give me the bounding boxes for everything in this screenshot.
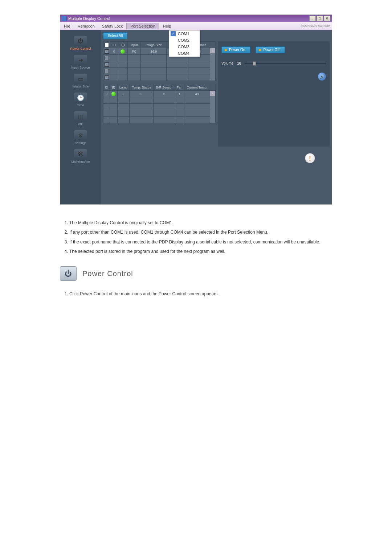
- list-item: If the exact port name that is connected…: [69, 238, 332, 246]
- col-check: [103, 42, 110, 48]
- scroll-up-button[interactable]: ▲: [210, 91, 215, 96]
- maximize-button[interactable]: □: [317, 16, 323, 21]
- sidebar-item-maintenance[interactable]: 🛠 Maintenance: [60, 147, 101, 166]
- volume-value: 10: [237, 61, 241, 65]
- table-row[interactable]: [103, 61, 216, 68]
- col-id: ID: [103, 84, 110, 91]
- power-icon: ⏻: [74, 36, 87, 46]
- list-item: If any port other than COM1 is used, COM…: [69, 229, 332, 236]
- table-row[interactable]: [103, 97, 216, 104]
- pip-icon: ◫: [74, 111, 87, 122]
- time-icon: 🕑: [74, 93, 87, 103]
- port-option-com1[interactable]: ✓ COM1: [169, 30, 200, 37]
- col-input: Input: [127, 42, 141, 48]
- col-lamp: Lamp: [118, 84, 130, 91]
- image-size-icon: ▭: [74, 74, 87, 84]
- footer-strip: !: [103, 148, 330, 169]
- sidebar-item-power-control[interactable]: ⏻ Power Control: [60, 34, 101, 53]
- menu-help[interactable]: Help: [159, 23, 175, 29]
- col-current-temp: Current Temp.: [184, 84, 210, 91]
- row-checkbox[interactable]: [105, 56, 109, 60]
- sidebar-item-settings[interactable]: ⚙ Settings: [60, 128, 101, 147]
- volume-thumb[interactable]: [253, 61, 256, 66]
- doc-content: The Multiple Display Control is original…: [60, 219, 332, 297]
- table-row[interactable]: [103, 117, 216, 123]
- list-item: The Multiple Display Control is original…: [69, 219, 332, 226]
- port-option-com2[interactable]: COM2: [169, 37, 200, 44]
- row-checkbox[interactable]: [105, 75, 109, 80]
- menubar: File Remocon Safety Lock Port Selection …: [60, 22, 332, 30]
- col-power: ⏻: [118, 42, 127, 48]
- settings-icon: ⚙: [74, 130, 87, 140]
- sensor-status-table: ID ⏻ Lamp Temp. Status B/R Sensor Fan Cu…: [103, 84, 216, 123]
- col-id: ID: [110, 42, 118, 48]
- doc-list-1: The Multiple Display Control is original…: [60, 219, 332, 255]
- maintenance-icon: 🛠: [74, 149, 87, 159]
- power-on-icon: [111, 92, 116, 96]
- main-area: Select All Busy ID ⏻ Input Image: [101, 30, 332, 204]
- col-image-size: Image Size: [141, 42, 167, 48]
- table-row[interactable]: [103, 104, 216, 110]
- list-item: The selected port is stored in the progr…: [69, 248, 332, 255]
- control-panel: Power On Power Off Volume 10: [218, 41, 330, 147]
- power-control-icon: ⏻: [60, 266, 77, 281]
- power-on-icon: [121, 49, 125, 54]
- volume-slider[interactable]: [245, 63, 326, 64]
- sidebar-item-image-size[interactable]: ▭ Image Size: [60, 71, 101, 90]
- dot-icon: [259, 49, 261, 51]
- sidebar-item-input-source[interactable]: ➜ Input Source: [60, 53, 101, 71]
- brand-label: SAMSUNG DIGITall: [301, 24, 330, 28]
- minimize-button[interactable]: _: [309, 16, 316, 21]
- select-all-button[interactable]: Select All: [103, 32, 127, 39]
- titlebar: Multiple Display Control _ □ ✕: [60, 15, 332, 22]
- dot-icon: [225, 49, 227, 51]
- table-row[interactable]: 0 0 0 0 1 49 ▲: [103, 91, 216, 97]
- table-row[interactable]: [103, 74, 216, 81]
- app-window: Multiple Display Control _ □ ✕ File Remo…: [60, 15, 332, 205]
- sidebar: ⏻ Power Control ➜ Input Source ▭ Image S…: [60, 30, 101, 204]
- port-option-com4[interactable]: COM4: [169, 50, 200, 57]
- menu-file[interactable]: File: [60, 23, 74, 29]
- app-icon: [62, 16, 67, 21]
- sidebar-item-pip[interactable]: ◫ PIP: [60, 109, 101, 128]
- scroll-up-button[interactable]: ▲: [210, 48, 215, 53]
- row-checkbox[interactable]: [105, 49, 109, 54]
- list-item: Click Power Control of the main icons an…: [69, 290, 332, 297]
- menu-port-selection[interactable]: Port Selection: [126, 23, 159, 29]
- sidebar-item-time[interactable]: 🕑 Time: [60, 90, 101, 109]
- col-fan: Fan: [175, 84, 184, 91]
- input-source-icon: ➜: [74, 55, 87, 65]
- doc-list-2: Click Power Control of the main icons an…: [60, 290, 332, 297]
- col-power: ⏻: [110, 84, 117, 91]
- warning-icon: !: [305, 153, 315, 163]
- power-off-button[interactable]: Power Off: [256, 46, 285, 53]
- row-checkbox[interactable]: [105, 62, 109, 67]
- port-option-com3[interactable]: COM3: [169, 44, 200, 50]
- row-checkbox[interactable]: [105, 69, 109, 73]
- menu-safety-lock[interactable]: Safety Lock: [98, 23, 126, 29]
- section-title: Power Control: [82, 267, 133, 280]
- table-row[interactable]: [103, 68, 216, 74]
- close-button[interactable]: ✕: [324, 16, 330, 21]
- port-selection-dropdown: ✓ COM1 COM2 COM3 COM4: [169, 30, 200, 57]
- table-row[interactable]: [103, 110, 216, 117]
- window-title: Multiple Display Control: [68, 16, 110, 21]
- power-on-button[interactable]: Power On: [221, 46, 250, 53]
- volume-label: Volume: [221, 61, 233, 65]
- check-icon: ✓: [171, 31, 176, 36]
- speaker-icon: 🔊: [318, 73, 326, 81]
- col-br-sensor: B/R Sensor: [154, 84, 175, 91]
- col-temp-status: Temp. Status: [129, 84, 153, 91]
- section-heading: ⏻ Power Control: [60, 266, 332, 281]
- menu-remocon[interactable]: Remocon: [74, 23, 98, 29]
